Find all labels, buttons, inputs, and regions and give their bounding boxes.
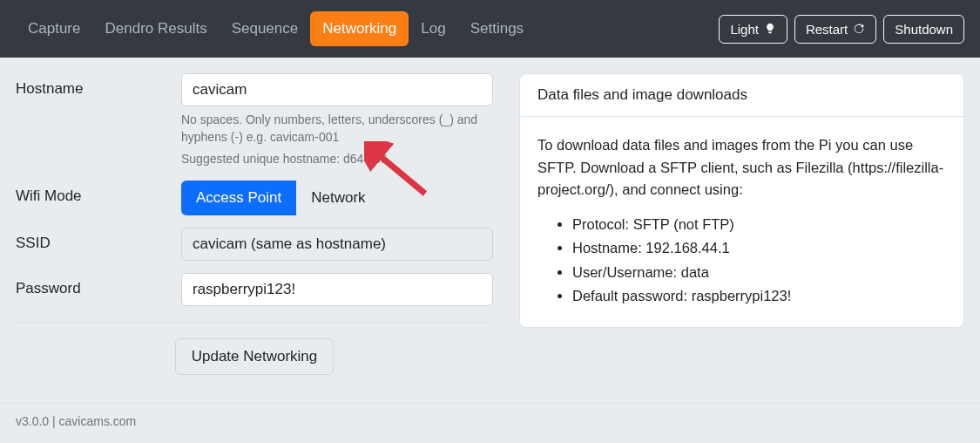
footer-text: v3.0.0 | cavicams.com — [16, 414, 136, 428]
downloads-intro: To download data files and images from t… — [537, 134, 946, 201]
hostname-help-text: No spaces. Only numbers, letters, unders… — [181, 112, 493, 146]
downloads-card-title: Data files and image downloads — [520, 74, 963, 117]
password-label: Password — [16, 273, 181, 297]
password-input[interactable] — [181, 273, 493, 306]
navbar: Capture Dendro Results Sequence Networki… — [0, 0, 980, 58]
nav-item-log[interactable]: Log — [409, 11, 457, 46]
hostname-suggested-text: Suggested unique hostname: d644f86 — [181, 151, 493, 168]
hostname-label: Hostname — [16, 73, 181, 98]
submit-row: Update Networking — [16, 338, 493, 375]
shutdown-button-label: Shutdown — [895, 22, 953, 37]
content: Hostname No spaces. Only numbers, letter… — [0, 58, 980, 403]
wifi-mode-toggle: Access Point Network — [181, 181, 381, 215]
list-item: Protocol: SFTP (not FTP) — [572, 214, 946, 236]
lightbulb-icon — [764, 23, 776, 35]
hostname-input[interactable] — [181, 73, 493, 106]
nav-item-capture[interactable]: Capture — [16, 11, 92, 46]
list-item: Default password: raspberrypi123! — [572, 285, 946, 308]
restart-button-label: Restart — [806, 22, 848, 37]
list-item: User/Username: data — [572, 262, 946, 284]
downloads-list: Protocol: SFTP (not FTP) Hostname: 192.1… — [537, 214, 946, 308]
light-button[interactable]: Light — [719, 15, 787, 44]
nav-item-settings[interactable]: Settings — [458, 11, 536, 46]
ssid-label: SSID — [16, 228, 181, 252]
update-networking-button[interactable]: Update Networking — [175, 338, 335, 375]
nav-right: Light Restart Shutdown — [719, 15, 964, 44]
shutdown-button[interactable]: Shutdown — [883, 15, 964, 44]
nav-left: Capture Dendro Results Sequence Networki… — [16, 11, 536, 46]
nav-item-dendro-results[interactable]: Dendro Results — [92, 11, 219, 46]
restart-icon — [853, 23, 865, 35]
ssid-input — [181, 228, 493, 261]
nav-item-sequence[interactable]: Sequence — [220, 11, 311, 46]
wifi-mode-label: Wifi Mode — [16, 181, 181, 205]
nav-item-networking[interactable]: Networking — [310, 11, 409, 46]
downloads-card: Data files and image downloads To downlo… — [519, 73, 964, 328]
restart-button[interactable]: Restart — [794, 15, 876, 44]
form-divider — [16, 322, 493, 323]
list-item: Hostname: 192.168.44.1 — [572, 237, 946, 260]
info-column: Data files and image downloads To downlo… — [519, 73, 964, 375]
light-button-label: Light — [730, 22, 759, 37]
wifi-mode-access-point-button[interactable]: Access Point — [181, 181, 296, 215]
footer: v3.0.0 | cavicams.com — [0, 403, 980, 443]
wifi-mode-network-button[interactable]: Network — [296, 181, 380, 215]
form-column: Hostname No spaces. Only numbers, letter… — [16, 73, 493, 375]
